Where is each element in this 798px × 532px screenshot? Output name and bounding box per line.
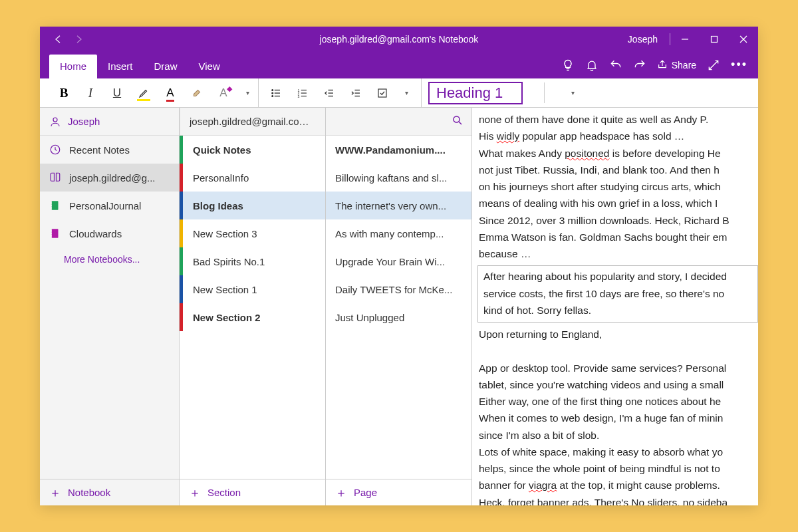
numbered-list-button[interactable]: 123 <box>289 78 316 107</box>
notebook-icon <box>49 200 61 211</box>
svg-text:3: 3 <box>298 94 300 98</box>
main-columns: Joseph Recent Notes joseph.gildred@g...P… <box>40 108 758 505</box>
notebook-item[interactable]: joseph.gildred@g... <box>40 164 179 192</box>
section-item[interactable]: PersonalInfo <box>180 164 325 192</box>
titlebar-user[interactable]: Joseph <box>616 34 670 45</box>
add-page-button[interactable]: ＋Page <box>326 479 471 505</box>
sections-panel: joseph.gildred@gmail.com's Notebook Quic… <box>180 108 326 505</box>
underline-button[interactable]: U <box>104 78 130 107</box>
recent-notes-item[interactable]: Recent Notes <box>40 136 179 164</box>
account-name: Joseph <box>68 116 100 127</box>
note-line: helps, since the whole point of being mi… <box>479 461 758 476</box>
note-line: not just Tibet. Russia, Indi, and blank … <box>479 162 758 178</box>
tab-home[interactable]: Home <box>49 55 97 78</box>
section-item[interactable]: New Section 1 <box>180 275 325 303</box>
app-window: joseph.gildred@gmail.com's Notebook Jose… <box>40 27 758 505</box>
svg-point-23 <box>53 118 57 122</box>
note-line: When it comes to web design, I'm a huge … <box>479 410 758 426</box>
style-dropdown[interactable]: ▾ <box>562 78 583 107</box>
format-painter-button[interactable] <box>184 78 210 107</box>
undo-icon[interactable] <box>609 59 622 72</box>
person-icon <box>49 116 61 128</box>
note-line: service costs, the first 10 days are fre… <box>483 286 752 301</box>
paragraph-dropdown[interactable]: ▾ <box>396 78 417 107</box>
ribbon-toolbar: B I U A A◆ ▾ 123 ▾ Heading 1 <box>40 78 758 108</box>
highlight-button[interactable] <box>130 78 157 107</box>
share-button[interactable]: Share <box>657 59 696 72</box>
note-line: none of them have done it quite as well … <box>479 112 758 127</box>
section-color-tab <box>180 247 183 275</box>
tab-view[interactable]: View <box>188 55 231 78</box>
italic-button[interactable]: I <box>77 78 104 107</box>
window-close-button[interactable] <box>729 27 758 52</box>
fullscreen-icon[interactable] <box>707 59 720 72</box>
note-line <box>479 343 758 358</box>
bell-icon[interactable] <box>585 59 598 72</box>
note-line: on his journeys short after studying cir… <box>479 179 758 194</box>
window-maximize-button[interactable] <box>700 27 729 52</box>
note-line: After hearing about his popularity and s… <box>483 269 752 284</box>
lightbulb-icon[interactable] <box>561 59 575 72</box>
note-line: because … <box>479 246 758 261</box>
page-item[interactable]: The internet's very own... <box>326 192 471 219</box>
bold-button[interactable]: B <box>51 78 77 107</box>
plus-icon: ＋ <box>189 487 201 499</box>
page-item[interactable]: Just Unplugged <box>326 303 471 331</box>
note-line: means of dealing with his own grief in a… <box>479 196 758 211</box>
account-row[interactable]: Joseph <box>40 108 179 136</box>
style-selector[interactable]: Heading 1 <box>428 82 523 104</box>
note-editor[interactable]: none of them have done it quite as well … <box>472 108 758 505</box>
note-container-box[interactable]: After hearing about his popularity and s… <box>477 265 758 323</box>
svg-rect-22 <box>378 89 386 97</box>
page-item[interactable]: Daily TWEETS for McKe... <box>326 275 471 303</box>
section-item[interactable]: Bad Spirits No.1 <box>180 247 325 275</box>
outdent-button[interactable] <box>316 78 342 107</box>
svg-rect-27 <box>51 205 52 206</box>
svg-point-8 <box>272 95 273 96</box>
page-item[interactable]: Upgrade Your Brain Wi... <box>326 247 471 275</box>
notebook-item[interactable]: PersonalJournal <box>40 192 179 219</box>
more-options-button[interactable]: ••• <box>731 58 747 73</box>
svg-point-4 <box>272 89 273 90</box>
section-item[interactable]: New Section 2 <box>180 303 325 331</box>
more-notebooks-link[interactable]: More Notebooks... <box>40 247 179 271</box>
pages-panel: WWW.Pandamonium....Billowing kaftans and… <box>326 108 472 505</box>
font-color-button[interactable]: A <box>157 78 184 107</box>
note-line: tablet, since you're watching videos and… <box>479 377 758 392</box>
plus-icon: ＋ <box>49 487 61 499</box>
tab-draw[interactable]: Draw <box>144 55 188 78</box>
redo-icon[interactable] <box>633 59 646 72</box>
svg-rect-26 <box>51 203 52 204</box>
tab-insert[interactable]: Insert <box>97 55 144 78</box>
nav-back-button[interactable] <box>51 31 66 47</box>
svg-line-34 <box>459 122 462 124</box>
page-item[interactable]: As with many contemp... <box>326 219 471 247</box>
note-line: Since 2012, over 3 million downloads. He… <box>479 213 758 228</box>
add-section-button[interactable]: ＋Section <box>180 479 325 505</box>
share-label: Share <box>672 60 696 70</box>
section-item[interactable]: Quick Notes <box>180 136 325 164</box>
nav-forward-button[interactable] <box>70 31 86 47</box>
font-dropdown[interactable]: ▾ <box>237 78 258 107</box>
page-item[interactable]: WWW.Pandamonium.... <box>326 136 471 164</box>
notebooks-panel: Joseph Recent Notes joseph.gildred@g...P… <box>40 108 180 505</box>
page-item[interactable]: Billowing kaftans and sl... <box>326 164 471 192</box>
notebook-item[interactable]: Cloudwards <box>40 219 179 247</box>
section-color-tab <box>180 192 183 219</box>
section-color-tab <box>180 303 183 331</box>
add-notebook-button[interactable]: ＋Notebook <box>40 479 179 505</box>
checkbox-button[interactable] <box>369 78 396 107</box>
note-line: Emma Watson is fan. Goldman Sachs bought… <box>479 229 758 245</box>
section-item[interactable]: New Section 3 <box>180 219 325 247</box>
section-item[interactable]: Blog Ideas <box>180 192 325 219</box>
bullets-button[interactable] <box>263 78 289 107</box>
indent-button[interactable] <box>342 78 369 107</box>
section-color-tab <box>180 136 183 164</box>
notebook-title-row: joseph.gildred@gmail.com's Notebook <box>180 108 325 136</box>
clear-format-button[interactable]: A◆ <box>210 78 237 107</box>
note-line: since I'm also a bit of slob. <box>479 428 758 443</box>
svg-rect-1 <box>712 37 718 43</box>
svg-rect-30 <box>51 231 52 232</box>
search-icon[interactable] <box>452 114 464 128</box>
window-minimize-button[interactable] <box>670 27 700 52</box>
